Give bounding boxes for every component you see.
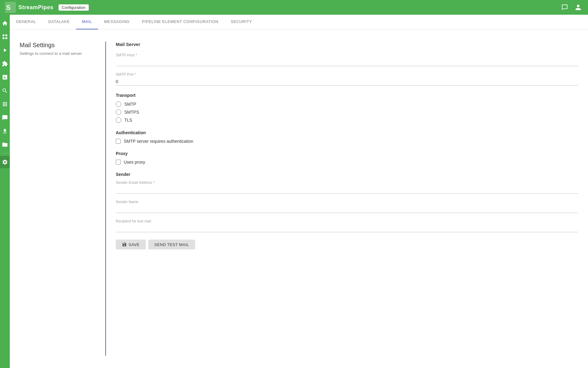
recipient-test-label: Recipient for test mail xyxy=(116,219,578,223)
search-icon xyxy=(2,88,8,94)
chat-icon-button[interactable] xyxy=(560,2,570,12)
page-content: Mail Settings Settings to connect to a m… xyxy=(10,29,588,368)
transport-title: Transport xyxy=(116,93,578,98)
smtp-host-input[interactable] xyxy=(116,59,578,66)
logo: S StreamPipes Configuration xyxy=(5,2,89,13)
auth-checkbox[interactable] xyxy=(116,139,121,144)
user-icon-button[interactable] xyxy=(573,2,583,12)
sidebar-divider xyxy=(1,153,9,154)
button-row: SAVE SEND TEST MAIL xyxy=(116,240,578,249)
main-layout: GENERAL DATALAKE MAIL MESSAGING PIPELINE… xyxy=(0,15,588,368)
sender-title: Sender xyxy=(116,172,578,177)
download-icon xyxy=(2,128,8,134)
transport-tls-label: TLS xyxy=(124,118,132,123)
transport-smtp-radio[interactable] xyxy=(116,101,121,107)
content-area: GENERAL DATALAKE MAIL MESSAGING PIPELINE… xyxy=(10,15,588,368)
svg-text:S: S xyxy=(6,4,11,11)
save-icon xyxy=(122,242,127,247)
transport-smtps-label: SMTPS xyxy=(124,110,139,115)
sender-name-field: Sender Name xyxy=(116,200,578,213)
proxy-title: Proxy xyxy=(116,151,578,156)
transport-smtp-option[interactable]: SMTP xyxy=(116,101,578,107)
test-button-label: SEND TEST MAIL xyxy=(154,242,189,247)
message-icon xyxy=(2,115,8,121)
authentication-section: Authentication SMTP server requires auth… xyxy=(116,130,578,144)
smtp-port-input[interactable] xyxy=(116,78,578,85)
send-test-mail-button[interactable]: SEND TEST MAIL xyxy=(148,240,195,249)
save-button-label: SAVE xyxy=(129,242,140,247)
authentication-title: Authentication xyxy=(116,130,578,135)
tab-datalake[interactable]: DATALAKE xyxy=(42,15,76,29)
tab-general[interactable]: GENERAL xyxy=(10,15,42,29)
chart-icon xyxy=(2,74,8,80)
settings-icon xyxy=(2,159,8,165)
left-panel: Mail Settings Settings to connect to a m… xyxy=(20,42,105,356)
mail-server-section: Mail Server SMTP Host * SMTP Port * xyxy=(116,42,578,85)
sidebar-item-message[interactable] xyxy=(0,112,10,124)
smtp-host-label: SMTP Host * xyxy=(116,53,578,57)
proxy-checkbox-item[interactable]: Uses proxy xyxy=(116,160,578,165)
chat-icon xyxy=(561,4,568,11)
sender-name-input[interactable] xyxy=(116,205,578,213)
recipient-test-field: Recipient for test mail xyxy=(116,219,578,232)
sidebar-item-settings[interactable] xyxy=(0,156,10,168)
transport-section: Transport SMTP SMTPS TLS xyxy=(116,93,578,123)
tabs: GENERAL DATALAKE MAIL MESSAGING PIPELINE… xyxy=(10,15,588,29)
page-description: Settings to connect to a mail server xyxy=(20,51,96,56)
sidebar-item-search[interactable] xyxy=(0,85,10,97)
sender-email-label: Sender Email Address * xyxy=(116,180,578,185)
sidebar-item-apps[interactable] xyxy=(0,98,10,110)
proxy-checkbox-label: Uses proxy xyxy=(124,160,145,165)
sidebar-item-home[interactable] xyxy=(0,17,10,29)
tab-messaging[interactable]: MESSAGING xyxy=(98,15,136,29)
proxy-checkbox[interactable] xyxy=(116,160,121,165)
save-button[interactable]: SAVE xyxy=(116,240,146,249)
transport-smtps-option[interactable]: SMTPS xyxy=(116,109,578,115)
recipient-test-input[interactable] xyxy=(116,225,578,232)
logo-icon: S xyxy=(5,2,16,13)
sender-section: Sender Sender Email Address * Sender Nam… xyxy=(116,172,578,232)
auth-checkbox-item[interactable]: SMTP server requires authentication xyxy=(116,139,578,144)
proxy-section: Proxy Uses proxy xyxy=(116,151,578,165)
sidebar xyxy=(0,15,10,368)
transport-tls-option[interactable]: TLS xyxy=(116,117,578,123)
sidebar-item-folder[interactable] xyxy=(0,138,10,151)
tab-security[interactable]: SECURITY xyxy=(224,15,258,29)
transport-smtps-radio[interactable] xyxy=(116,109,121,115)
sidebar-item-grid[interactable] xyxy=(0,31,10,43)
folder-icon xyxy=(2,142,8,148)
smtp-host-field: SMTP Host * xyxy=(116,53,578,66)
smtp-port-field: SMTP Port * xyxy=(116,72,578,85)
page-title: Mail Settings xyxy=(20,42,96,49)
grid-icon xyxy=(2,34,8,40)
sidebar-item-download[interactable] xyxy=(0,125,10,137)
transport-smtp-label: SMTP xyxy=(124,102,136,107)
header-actions xyxy=(560,2,583,12)
user-icon xyxy=(575,4,582,11)
config-badge: Configuration xyxy=(58,4,89,11)
sender-email-input[interactable] xyxy=(116,186,578,194)
header: S StreamPipes Configuration xyxy=(0,0,588,15)
smtp-port-label: SMTP Port * xyxy=(116,72,578,77)
mail-server-title: Mail Server xyxy=(116,42,578,47)
plugin-icon xyxy=(2,61,8,67)
play-icon xyxy=(2,47,8,53)
sidebar-item-chart[interactable] xyxy=(0,71,10,83)
app-name: StreamPipes xyxy=(18,4,54,11)
sidebar-item-play[interactable] xyxy=(0,44,10,56)
sender-name-label: Sender Name xyxy=(116,200,578,204)
home-icon xyxy=(2,20,8,26)
transport-radio-group: SMTP SMTPS TLS xyxy=(116,101,578,123)
auth-checkbox-label: SMTP server requires authentication xyxy=(124,139,193,144)
sidebar-item-plugin[interactable] xyxy=(0,58,10,70)
apps-icon xyxy=(2,101,8,107)
sender-email-field: Sender Email Address * xyxy=(116,180,578,194)
tab-pipeline[interactable]: PIPELINE ELEMENT CONFIGURATION xyxy=(136,15,224,29)
right-panel: Mail Server SMTP Host * SMTP Port * Tran… xyxy=(105,42,578,356)
tab-mail[interactable]: MAIL xyxy=(76,15,98,29)
transport-tls-radio[interactable] xyxy=(116,117,121,123)
